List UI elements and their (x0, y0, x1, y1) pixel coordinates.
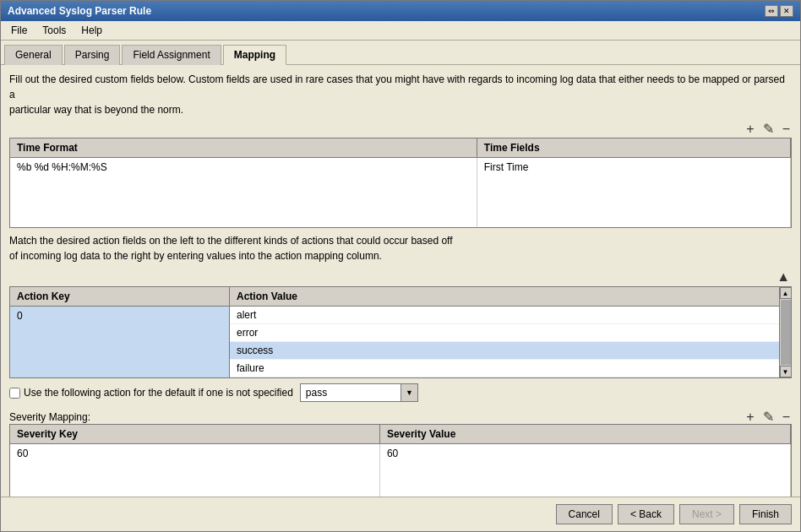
match-description: Match the desired action fields on the l… (9, 233, 792, 263)
default-action-dropdown[interactable]: pass ▼ (300, 383, 418, 402)
time-fields-cell: First Time (477, 158, 790, 177)
scroll-thumb[interactable] (781, 300, 791, 365)
time-add-button[interactable]: + (744, 122, 755, 136)
action-section: ▲ Action Key 0 Action Value alert error … (9, 270, 792, 402)
table-row-empty (10, 176, 791, 227)
table-row-empty (10, 463, 791, 497)
description-line2: particular way that is beyond the norm. (9, 104, 183, 116)
action-value-column: Action Value alert error success failure… (230, 287, 791, 377)
list-item[interactable]: failure (230, 360, 791, 377)
finish-button[interactable]: Finish (739, 504, 792, 524)
action-values-list: alert error success failure (230, 307, 791, 377)
description-line1: Fill out the desired custom fields below… (9, 73, 785, 100)
table-row: 60 60 (10, 444, 791, 464)
tab-general[interactable]: General (4, 45, 63, 65)
title-bar-controls: ⇔ ✕ (765, 5, 793, 17)
time-table: Time Format Time Fields %b %d %H:%M:%S F… (9, 138, 792, 228)
time-edit-button[interactable]: ✎ (761, 122, 776, 136)
back-button[interactable]: < Back (618, 504, 674, 524)
action-key-header: Action Key (10, 287, 229, 307)
main-window: Advanced Syslog Parser Rule ⇔ ✕ File Too… (0, 0, 801, 532)
tab-field-assignment[interactable]: Field Assignment (122, 45, 221, 65)
severity-table: Severity Key Severity Value 60 60 (9, 424, 792, 497)
time-remove-button[interactable]: − (781, 122, 792, 136)
window-title: Advanced Syslog Parser Rule (8, 5, 151, 17)
severity-remove-button[interactable]: − (781, 410, 792, 424)
severity-label: Severity Mapping: (9, 411, 90, 423)
menubar: File Tools Help (1, 21, 800, 41)
match-desc-line1: Match the desired action fields on the l… (9, 235, 453, 247)
close-button[interactable]: ✕ (780, 5, 793, 17)
time-toolbar: + ✎ − (9, 122, 792, 136)
severity-header: Severity Mapping: + ✎ − (9, 410, 792, 424)
action-value-header: Action Value (230, 287, 791, 307)
scroll-up-arrow[interactable]: ▲ (780, 287, 792, 299)
action-key-column: Action Key 0 (10, 287, 230, 377)
tab-parsing[interactable]: Parsing (64, 45, 121, 65)
action-scrollbar[interactable]: ▲ ▼ (779, 287, 791, 377)
cancel-button[interactable]: Cancel (556, 504, 613, 524)
dropdown-arrow-icon[interactable]: ▼ (400, 384, 417, 401)
severity-key-header: Severity Key (10, 425, 379, 444)
severity-edit-button[interactable]: ✎ (761, 410, 776, 424)
list-item[interactable]: error (230, 324, 791, 342)
description-text: Fill out the desired custom fields below… (9, 72, 792, 117)
scroll-down-arrow[interactable]: ▼ (780, 366, 792, 377)
tab-bar: General Parsing Field Assignment Mapping (1, 41, 800, 65)
time-col-format: Time Format (10, 138, 477, 158)
severity-section: Severity Mapping: + ✎ − Severity Key Sev… (9, 407, 792, 497)
time-format-cell: %b %d %H:%M:%S (10, 158, 477, 177)
next-button[interactable]: Next > (679, 504, 734, 524)
tab-mapping[interactable]: Mapping (223, 45, 286, 65)
action-key-value[interactable]: 0 (10, 307, 229, 377)
severity-value-header: Severity Value (379, 425, 790, 444)
severity-add-button[interactable]: + (744, 410, 755, 424)
time-mapping-section: + ✎ − Time Format Time Fields %b %d %H:%… (9, 122, 792, 228)
default-action-row: Use the following action for the default… (9, 383, 792, 402)
time-col-fields: Time Fields (477, 138, 790, 158)
action-scroll-up[interactable]: ▲ (775, 270, 792, 284)
action-table: Action Key 0 Action Value alert error su… (9, 286, 792, 378)
resize-button[interactable]: ⇔ (765, 5, 778, 17)
severity-key-cell: 60 (10, 444, 379, 464)
severity-value-cell: 60 (379, 444, 790, 464)
match-desc-line2: of incoming log data to the right by ent… (9, 250, 382, 262)
menu-tools[interactable]: Tools (35, 23, 73, 38)
list-item[interactable]: alert (230, 307, 791, 324)
dropdown-value: pass (301, 385, 400, 400)
default-action-checkbox[interactable] (9, 388, 20, 399)
menu-help[interactable]: Help (74, 23, 109, 38)
footer: Cancel < Back Next > Finish (1, 497, 800, 531)
default-action-label: Use the following action for the default… (9, 387, 293, 399)
menu-file[interactable]: File (4, 23, 34, 38)
list-item[interactable]: success (230, 342, 791, 360)
title-bar: Advanced Syslog Parser Rule ⇔ ✕ (1, 1, 800, 21)
table-row: %b %d %H:%M:%S First Time (10, 158, 791, 177)
main-content: Fill out the desired custom fields below… (1, 65, 800, 497)
